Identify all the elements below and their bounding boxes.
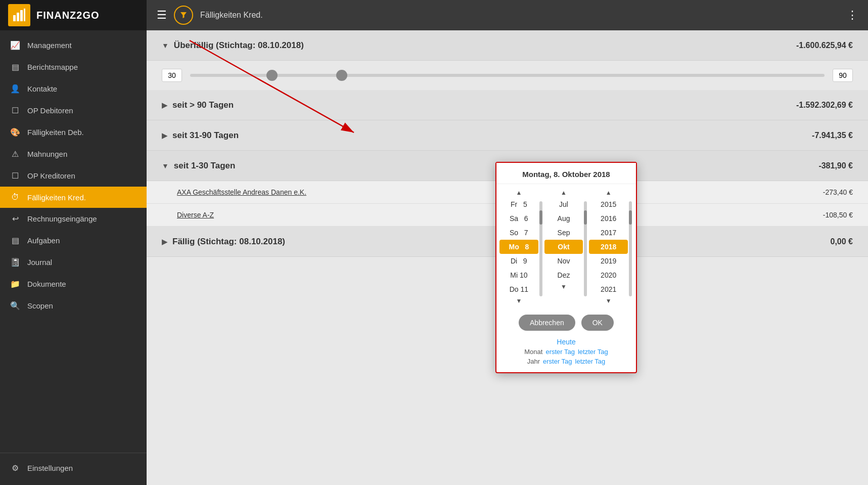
sidebar-item-label: Aufgaben xyxy=(27,236,60,245)
month-item-nov[interactable]: Nov xyxy=(544,254,583,268)
slider-track[interactable] xyxy=(190,74,825,77)
calendar-heute-link[interactable]: Heute xyxy=(557,338,575,346)
section-faellig-amount: 0,00 € xyxy=(831,237,853,246)
sidebar-item-faelligkeiten-deb[interactable]: 🎨 Fälligkeiten Deb. xyxy=(0,121,147,143)
sidebar-item-aufgaben[interactable]: ▤ Aufgaben xyxy=(0,230,147,251)
monat-letzter-link[interactable]: letzter Tag xyxy=(578,348,608,356)
year-item-2019[interactable]: 2019 xyxy=(589,254,628,268)
day-scroll-up[interactable]: ▲ xyxy=(499,188,538,197)
day-scrollbar xyxy=(539,188,543,305)
topbar-title: Fälligkeiten Kred. xyxy=(200,11,840,20)
year-scrollbar xyxy=(629,188,633,305)
hamburger-button[interactable]: ☰ xyxy=(157,9,167,22)
section-ueberfaellig[interactable]: ▼ Überfällig (Stichtag: 08.10.2018) -1.6… xyxy=(147,30,868,61)
jahr-label: Jahr xyxy=(527,358,540,365)
jahr-letzter-link[interactable]: letzter Tag xyxy=(575,358,606,365)
year-item-2017[interactable]: 2017 xyxy=(589,226,628,240)
section-seit-1-30-label: seit 1-30 Tagen xyxy=(174,161,236,171)
sidebar-item-label: Dokumente xyxy=(27,280,66,288)
sidebar-item-label: Management xyxy=(27,41,72,50)
month-scroll-area: Jul Aug Sep Okt Nov Dez xyxy=(544,197,583,282)
sidebar-item-label: Rechnungseingänge xyxy=(27,214,97,223)
sidebar-item-scopen[interactable]: 🔍 Scopen xyxy=(0,295,147,317)
svg-rect-0 xyxy=(13,15,16,21)
sidebar: FINANZ2GO 📈 Management ▤ Berichtsmappe 👤… xyxy=(0,0,147,485)
month-item-aug[interactable]: Aug xyxy=(544,211,583,226)
svg-rect-2 xyxy=(20,10,23,21)
sidebar-item-management[interactable]: 📈 Management xyxy=(0,34,147,56)
topbar: ☰ Fälligkeiten Kred. ⋮ xyxy=(147,0,868,30)
mahnungen-icon: ⚠ xyxy=(10,149,20,159)
op-debitoren-icon: ☐ xyxy=(10,106,20,115)
scopen-icon: 🔍 xyxy=(10,301,20,311)
year-scroll-down[interactable]: ▼ xyxy=(589,296,628,305)
year-item-2020[interactable]: 2020 xyxy=(589,268,628,282)
slider-thumb-1[interactable] xyxy=(266,70,278,81)
sidebar-item-rechnungseingaenge[interactable]: ↩ Rechnungseingänge xyxy=(0,208,147,230)
section-seit-90[interactable]: ▶ seit > 90 Tagen -1.592.302,69 € xyxy=(147,90,868,120)
month-item-sep[interactable]: Sep xyxy=(544,226,583,240)
year-item-2021[interactable]: 2021 xyxy=(589,282,628,296)
section-faellig-title: ▶ Fällig (Stichtag: 08.10.2018) xyxy=(162,237,285,247)
month-item-jul[interactable]: Jul xyxy=(544,197,583,211)
chevron-ueberfaellig: ▼ xyxy=(162,41,169,50)
monat-label: Monat xyxy=(524,348,542,356)
day-item-di[interactable]: Di 9 xyxy=(499,254,538,268)
section-faellig-label: Fällig (Stichtag: 08.10.2018) xyxy=(172,237,285,247)
day-item-mi[interactable]: Mi 10 xyxy=(499,268,538,282)
more-menu-button[interactable]: ⋮ xyxy=(847,9,858,22)
day-scroll-area: Fr 5 Sa 6 So 7 Mo 8 Di 9 Mi 10 Do 11 xyxy=(499,197,538,296)
section-seit-31-90[interactable]: ▶ seit 31-90 Tagen -7.941,35 € xyxy=(147,120,868,151)
day-item-so[interactable]: So 7 xyxy=(499,226,538,240)
sidebar-item-berichtsmappe[interactable]: ▤ Berichtsmappe xyxy=(0,56,147,78)
berichtsmappe-icon: ▤ xyxy=(10,62,20,72)
sidebar-item-kontakte[interactable]: 👤 Kontakte xyxy=(0,78,147,100)
faelligkeiten-deb-icon: 🎨 xyxy=(10,127,20,137)
day-item-do[interactable]: Do 11 xyxy=(499,282,538,296)
month-item-dez[interactable]: Dez xyxy=(544,268,583,282)
year-scroll-up[interactable]: ▲ xyxy=(589,188,628,197)
sidebar-item-op-debitoren[interactable]: ☐ OP Debitoren xyxy=(0,100,147,121)
section-ueberfaellig-label: Überfällig (Stichtag: 08.10.2018) xyxy=(174,40,304,51)
sub-item-axa-link[interactable]: AXA Geschäftsstelle Andreas Danen e.K. xyxy=(177,188,306,196)
section-seit-31-90-amount: -7.941,35 € xyxy=(812,131,853,140)
monat-erster-link[interactable]: erster Tag xyxy=(545,348,575,356)
year-scroll-area: 2015 2016 2017 2018 2019 2020 2021 xyxy=(589,197,628,296)
sidebar-item-label: OP Kreditoren xyxy=(27,171,75,180)
month-item-okt[interactable]: Okt xyxy=(544,240,583,254)
calendar-columns: ▲ Fr 5 Sa 6 So 7 Mo 8 Di 9 Mi 10 Do 11 ▼ xyxy=(496,184,636,310)
sidebar-item-journal[interactable]: 📓 Journal xyxy=(0,251,147,273)
sidebar-item-mahnungen[interactable]: ⚠ Mahnungen xyxy=(0,143,147,165)
year-item-2018[interactable]: 2018 xyxy=(589,240,628,254)
day-item-sa[interactable]: Sa 6 xyxy=(499,211,538,226)
sidebar-item-einstellungen[interactable]: ⚙ Einstellungen xyxy=(0,457,147,479)
day-item-mo[interactable]: Mo 8 xyxy=(499,240,538,254)
section-seit-1-30-title: ▼ seit 1-30 Tagen xyxy=(162,161,235,171)
year-item-2015[interactable]: 2015 xyxy=(589,197,628,211)
chevron-faellig: ▶ xyxy=(162,238,167,246)
slider-thumb-2[interactable] xyxy=(336,70,347,81)
section-ueberfaellig-amount: -1.600.625,94 € xyxy=(796,41,853,50)
content-area: ▼ Überfällig (Stichtag: 08.10.2018) -1.6… xyxy=(147,30,868,485)
calendar-cancel-button[interactable]: Abbrechen xyxy=(519,315,575,331)
jahr-erster-link[interactable]: erster Tag xyxy=(543,358,572,365)
sub-item-axa-amount: -273,40 € xyxy=(823,188,853,196)
filter-button[interactable] xyxy=(174,6,193,25)
month-scroll-up[interactable]: ▲ xyxy=(544,188,583,197)
sidebar-item-op-kreditoren[interactable]: ☐ OP Kreditoren xyxy=(0,165,147,187)
logo-text: FINANZ2GO xyxy=(36,10,100,21)
month-scroll-down[interactable]: ▼ xyxy=(544,282,583,291)
year-item-2016[interactable]: 2016 xyxy=(589,211,628,226)
rechnungseingaenge-icon: ↩ xyxy=(10,214,20,224)
sidebar-item-label: Fälligkeiten Kred. xyxy=(27,193,86,202)
section-seit-31-90-title: ▶ seit 31-90 Tagen xyxy=(162,130,239,141)
day-item-fr[interactable]: Fr 5 xyxy=(499,197,538,211)
day-scroll-down[interactable]: ▼ xyxy=(499,296,538,305)
sidebar-item-label: Berichtsmappe xyxy=(27,63,78,71)
sidebar-item-dokumente[interactable]: 📁 Dokumente xyxy=(0,273,147,295)
sidebar-item-faelligkeiten-kred[interactable]: ⏱ Fälligkeiten Kred. xyxy=(0,187,147,208)
sidebar-item-label: Scopen xyxy=(27,301,53,310)
calendar-monat-row: Monat erster Tag letzter Tag xyxy=(501,348,631,356)
calendar-ok-button[interactable]: OK xyxy=(581,315,614,331)
sub-item-diverse-link[interactable]: Diverse A-Z xyxy=(177,211,214,219)
